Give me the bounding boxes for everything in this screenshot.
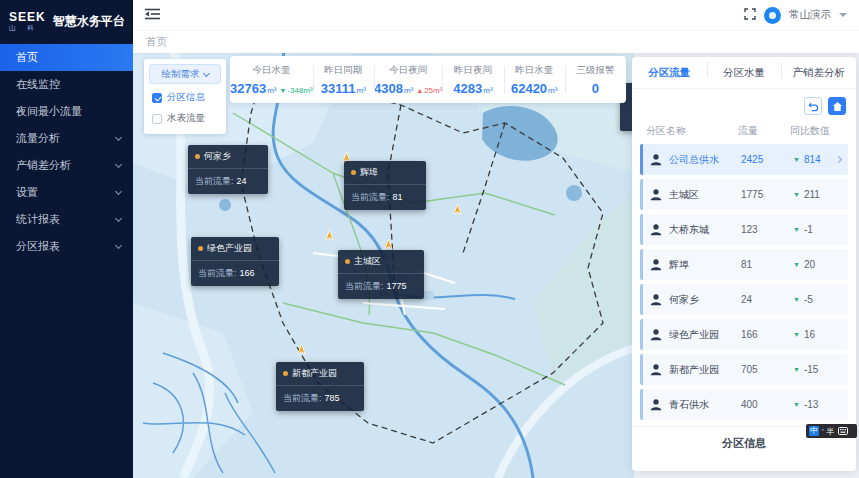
stat-value: 32763: [230, 81, 266, 96]
layer-option-zone-info[interactable]: 分区信息: [144, 87, 226, 108]
ime-punctuation-button[interactable]: ': [822, 427, 824, 436]
map-popup[interactable]: 新都产业园 当前流量:785: [276, 362, 364, 411]
avatar[interactable]: [764, 7, 781, 24]
stat-delta: ▲25m³: [416, 86, 442, 95]
popup-flow-label: 当前流量:: [283, 393, 322, 403]
popup-flow-value: 785: [325, 393, 340, 403]
person-icon: [649, 398, 663, 412]
table-row[interactable]: 青石供水 400 ▼ -13: [640, 389, 848, 420]
sidebar-item-flow-analysis[interactable]: 流量分析: [0, 125, 133, 152]
sidebar-item-settings[interactable]: 设置: [0, 179, 133, 206]
person-icon: [649, 293, 663, 307]
user-menu-caret-icon[interactable]: [839, 13, 847, 17]
app-logo: SEEK 山 科 智慧水务平台: [0, 0, 133, 42]
table-row[interactable]: 大桥东城 123 ▼ -1: [640, 214, 848, 245]
down-arrow-icon: ▼: [279, 87, 286, 94]
breadcrumb[interactable]: 首页: [146, 35, 167, 49]
down-arrow-icon: ▼: [793, 401, 800, 408]
avatar-glyph: [769, 12, 776, 19]
stat-value: 62420: [511, 81, 547, 96]
down-arrow-icon: ▼: [793, 261, 800, 268]
sidebar-menu: 首页 在线监控 夜间最小流量 流量分析 产销差分析 设置 统计报表 分区报表: [0, 44, 133, 260]
table-row[interactable]: 公司总供水 2425 ▼ 814: [640, 144, 848, 175]
map-popup[interactable]: 绿色产业园 当前流量:166: [191, 237, 279, 286]
tab-zone-volume[interactable]: 分区水量: [707, 66, 782, 80]
ime-toolbar: 中 ' 半: [806, 424, 857, 438]
home-button[interactable]: [828, 97, 846, 115]
ime-keyboard-icon[interactable]: [838, 427, 848, 435]
popup-flow-label: 当前流量:: [195, 176, 234, 186]
tab-nrw-analysis[interactable]: 产销差分析: [781, 66, 856, 80]
popup-zone-name: 何家乡: [204, 150, 231, 163]
stat-value: 0: [592, 81, 599, 96]
top-bar: 常山演示: [133, 0, 859, 30]
stat-yesterday-same-period: 昨日同期 33111m³: [313, 56, 374, 103]
map-marker-icon[interactable]: [295, 343, 308, 356]
ime-width-mode-button[interactable]: 半: [827, 426, 835, 437]
person-icon: [649, 153, 663, 167]
chevron-down-icon: [115, 187, 122, 194]
tab-zone-flow[interactable]: 分区流量: [632, 66, 707, 80]
stat-today-night: 今日夜间 4308m³▲25m³: [374, 56, 442, 103]
ime-language-button[interactable]: 中: [809, 426, 819, 436]
undo-button[interactable]: [804, 97, 822, 115]
sidebar-item-online-monitoring[interactable]: 在线监控: [0, 71, 133, 98]
draw-tools-dropdown[interactable]: 绘制需求: [149, 64, 221, 84]
chevron-down-icon: [115, 241, 122, 248]
checkbox-checked[interactable]: [152, 93, 162, 103]
popup-zone-name: 辉埠: [360, 166, 378, 179]
popup-zone-name: 主城区: [354, 255, 381, 268]
down-arrow-icon: ▼: [793, 331, 800, 338]
person-icon: [649, 223, 663, 237]
layer-panel: 绘制需求 分区信息 水表流量: [144, 59, 226, 134]
down-arrow-icon: ▼: [793, 366, 800, 373]
stat-today-volume: 今日水量 32763m³▼-348m³: [230, 56, 313, 103]
stat-value: 4283: [453, 81, 482, 96]
sidebar-item-nrw-analysis[interactable]: 产销差分析: [0, 152, 133, 179]
stat-delta: ▼-348m³: [279, 86, 312, 95]
table-row[interactable]: 主城区 1775 ▼ 211: [640, 179, 848, 210]
popup-flow-label: 当前流量:: [198, 268, 237, 278]
stat-yesterday-night: 昨日夜间 4283m³: [442, 56, 503, 103]
map-popup[interactable]: 主城区 当前流量:1775: [338, 250, 424, 299]
fullscreen-icon[interactable]: [744, 6, 756, 24]
popup-flow-value: 24: [237, 176, 247, 186]
stat-value: 33111: [321, 81, 356, 96]
map-popup[interactable]: 何家乡 当前流量:24: [188, 145, 268, 194]
person-icon: [649, 363, 663, 377]
sidebar-collapse-icon[interactable]: [145, 6, 160, 24]
map-popup[interactable]: 辉埠 当前流量:81: [344, 161, 426, 210]
down-arrow-icon: ▼: [793, 296, 800, 303]
zone-dot-icon: [198, 246, 203, 251]
table-row[interactable]: 绿色产业园 166 ▼ 16: [640, 319, 848, 350]
up-arrow-icon: ▲: [416, 87, 423, 94]
popup-zone-name: 绿色产业园: [207, 242, 252, 255]
breadcrumb-bar: 首页: [133, 30, 859, 53]
zone-dot-icon: [195, 154, 200, 159]
map-marker-icon[interactable]: [323, 229, 336, 242]
logo-subtext: 山 科: [9, 25, 46, 32]
sidebar-item-stat-reports[interactable]: 统计报表: [0, 206, 133, 233]
username: 常山演示: [789, 8, 831, 22]
table-row[interactable]: 辉埠 81 ▼ 20: [640, 249, 848, 280]
stat-level3-alarm: 三级报警 0: [565, 56, 626, 103]
zone-dot-icon: [283, 371, 288, 376]
chevron-down-icon: [115, 133, 122, 140]
brand-logo: SEEK 山 科: [9, 11, 46, 32]
chevron-down-icon: [115, 214, 122, 221]
sidebar-item-home[interactable]: 首页: [0, 44, 133, 71]
layer-option-meter-flow[interactable]: 水表流量: [144, 108, 226, 129]
down-arrow-icon: ▼: [793, 191, 800, 198]
sidebar-item-night-min-flow[interactable]: 夜间最小流量: [0, 98, 133, 125]
zone-info-title: 分区信息: [722, 436, 766, 451]
panel-toolbar: [632, 89, 856, 119]
chevron-down-icon: [202, 69, 209, 76]
chevron-down-icon: [115, 160, 122, 167]
map-marker-icon[interactable]: [451, 203, 464, 216]
table-row[interactable]: 新都产业园 705 ▼ -15: [640, 354, 848, 385]
checkbox-unchecked[interactable]: [152, 114, 162, 124]
popup-flow-value: 1775: [387, 281, 407, 291]
sidebar-item-zone-reports[interactable]: 分区报表: [0, 233, 133, 260]
table-row[interactable]: 何家乡 24 ▼ -5: [640, 284, 848, 315]
zone-dot-icon: [351, 170, 356, 175]
